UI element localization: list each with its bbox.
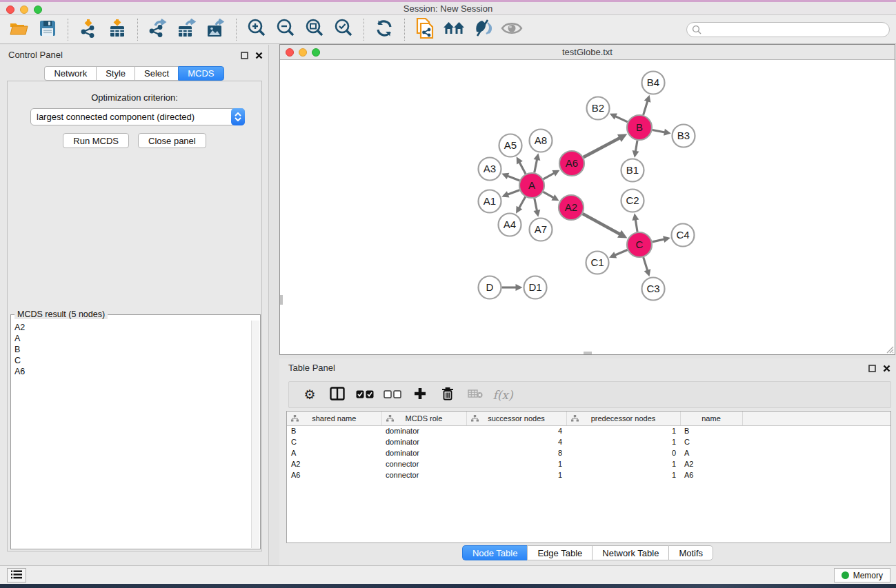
refresh-layout-button[interactable] [370,18,399,41]
tab-motifs[interactable]: Motifs [668,545,713,560]
zoom-selected-button[interactable] [329,18,358,41]
close-panel-icon[interactable] [883,363,890,375]
mcds-result-list[interactable]: A2ABCA6 [12,321,250,548]
select-all-rows-button[interactable] [351,384,379,406]
table-panel-title: Table Panel [288,363,335,373]
memory-button[interactable]: Memory [834,568,890,582]
first-neighbors-button[interactable] [439,18,468,41]
export-network-button[interactable] [143,18,172,41]
delete-column-button[interactable] [434,384,461,406]
edge-A-A8[interactable] [535,159,537,172]
edge-C-C4[interactable] [653,239,665,242]
edge-A-A5[interactable] [519,162,526,174]
tab-node-table[interactable]: Node Table [462,545,528,560]
edge-B-B1[interactable] [635,141,637,152]
table-row[interactable]: Adominator80A [287,447,890,458]
edge-A-A7[interactable] [535,199,537,211]
node-label-C1: C1 [590,256,604,268]
edge-arrowhead [516,284,523,291]
result-scrollbar[interactable] [251,321,259,548]
result-item[interactable]: B [14,344,250,355]
control-panel: Control Panel Network Style Select MCDS … [0,45,269,565]
close-panel-icon[interactable] [255,50,263,62]
tab-style[interactable]: Style [96,66,135,81]
result-item[interactable]: A6 [14,366,250,377]
table-row[interactable]: A6connector11A6 [287,469,890,480]
edge-C-C3[interactable] [644,257,648,271]
edge-B-B4[interactable] [644,101,648,115]
col-successor-nodes[interactable]: successor nodes [466,412,566,425]
table-settings-button[interactable]: ⚙ [296,384,323,406]
hide-graphics-details-button[interactable] [468,18,497,41]
edge-A2-C[interactable] [583,214,620,234]
edge-A-A4[interactable] [519,197,525,208]
edge-C-C2[interactable] [635,219,637,232]
node-label-A3: A3 [484,163,496,174]
import-table-button[interactable] [103,18,132,41]
node-label-C: C [636,239,644,250]
export-network-icon [148,19,168,41]
edge-arrowhead [633,150,639,158]
node-label-A1: A1 [484,195,496,207]
tab-edge-table[interactable]: Edge Table [527,545,592,560]
node-label-A8: A8 [535,134,547,146]
resize-grip-icon[interactable] [886,345,894,354]
search-field-wrap [686,22,890,37]
save-session-button[interactable] [33,18,62,41]
tab-network-table[interactable]: Network Table [592,545,668,560]
memory-label: Memory [853,571,883,580]
result-item[interactable]: C [14,355,250,366]
export-image-button[interactable] [201,18,230,41]
deselect-all-rows-button[interactable] [379,384,406,406]
table-row[interactable]: A2connector11A2 [287,458,890,469]
col-shared-name[interactable]: shared name [287,412,381,425]
node-label-B4: B4 [647,77,659,88]
network-hscrollbar[interactable] [584,352,592,354]
edge-A-A2[interactable] [544,192,554,198]
add-column-button[interactable] [406,384,434,406]
table-row[interactable]: Cdominator41C [287,436,890,447]
import-network-button[interactable] [74,18,103,41]
table-header-row[interactable]: shared name MCDS role successor nodes [287,412,890,425]
select-stepper-icon [231,108,245,125]
edge-A-A1[interactable] [508,190,519,195]
col-name[interactable]: name [680,412,742,425]
task-history-button[interactable] [7,568,26,582]
network-vscrollbar[interactable] [280,295,283,305]
delete-table-icon [468,389,483,401]
show-hide-flagged-button[interactable] [497,18,526,41]
table-row[interactable]: Bdominator41B [287,425,890,436]
edge-B-B2[interactable] [615,116,628,122]
new-network-from-selection-button[interactable] [410,18,439,41]
network-canvas[interactable]: B4B2BB3A5A8A6A3B1AA1C2A2A4A7C4CC1C3DD1 [280,60,895,354]
close-panel-button[interactable]: Close panel [138,133,206,148]
application-window: Session: New Session [0,0,896,588]
edge-C-C1[interactable] [615,250,627,255]
tab-network[interactable]: Network [44,66,96,81]
result-item[interactable]: A2 [14,322,250,333]
tab-select[interactable]: Select [135,66,178,81]
col-mcds-role[interactable]: MCDS role [381,412,466,425]
columns-icon [330,387,345,403]
edge-A-A6[interactable] [544,173,555,179]
edge-B-B3[interactable] [653,130,665,132]
criterion-select[interactable]: largest connected component (directed) [30,108,245,125]
node-label-C2: C2 [626,194,639,206]
tab-mcds[interactable]: MCDS [178,66,223,81]
run-mcds-button[interactable]: Run MCDS [63,133,129,148]
open-folder-icon [9,20,28,39]
open-file-button[interactable] [4,18,33,41]
export-table-button[interactable] [172,18,201,41]
search-input[interactable] [686,22,890,37]
float-panel-icon[interactable] [868,363,876,375]
table-column-layout-button[interactable] [323,384,351,406]
float-panel-icon[interactable] [241,50,248,62]
zoom-in-button[interactable] [242,18,271,41]
result-item[interactable]: A [14,333,250,344]
zoom-out-button[interactable] [271,18,300,41]
col-predecessor-nodes[interactable]: predecessor nodes [566,412,680,425]
edge-A6-B[interactable] [584,138,620,157]
zoom-fit-button[interactable] [300,18,329,41]
edge-A-A3[interactable] [508,176,520,181]
col-filler [742,412,890,425]
